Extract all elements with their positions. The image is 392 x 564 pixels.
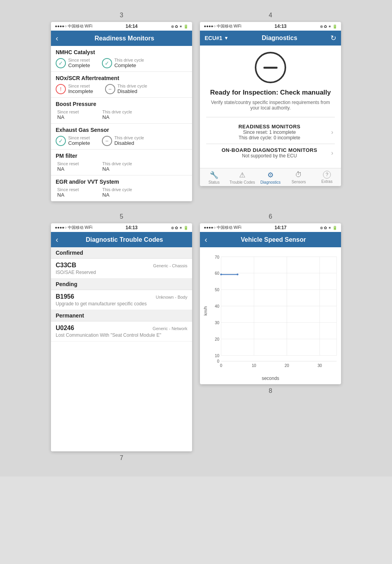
obd-header: ON-BOARD DIAGNOSTIC MONITORS: [208, 147, 331, 153]
status-bar-4: ●●●●○ 中国移动 WiFi 14:13 ⊕ ✿ ✶ 🔋: [200, 22, 341, 31]
obd-monitors-section[interactable]: ON-BOARD DIAGNOSTIC MONITORS Not support…: [206, 144, 335, 162]
svg-text:30: 30: [318, 363, 322, 368]
status-bar-6: ●●●●○ 中国移动 WiFi 14:17 ⊕ ✿ ✶ 🔋: [200, 223, 341, 232]
screen-3: ●●●●○ 中国移动 WiFi 14:14 ⊕ ✿ ✶ 🔋 ‹ Readines…: [51, 22, 192, 201]
signal-3: ●●●●○ 中国移动 WiFi: [55, 24, 93, 29]
monitor-boost: Boost Pressure Since reset NA This drive…: [51, 98, 192, 124]
dtc-desc-b1956: Upgrade to get manufacturer specific cod…: [56, 301, 187, 307]
signal-6: ●●●●○ 中国移动 WiFi: [204, 225, 241, 230]
monitor-pm-title: PM filter: [56, 153, 187, 159]
value-egr-drive: NA: [102, 192, 132, 198]
monitor-nox: NOx/SCR Aftertreatment ! Since reset Inc…: [51, 72, 192, 98]
svg-text:20: 20: [215, 337, 220, 341]
svg-point-26: [220, 274, 222, 276]
monitor-exhaust: Exhaust Gas Sensor ✓ Since reset Complet…: [51, 124, 192, 150]
diagnostics-tab-icon: ⚙: [267, 171, 274, 179]
signal-4: ●●●●○ 中国移动 WiFi: [204, 24, 241, 29]
status-tab-icon: 🔧: [210, 171, 218, 179]
readiness-row-nav[interactable]: READINESS MONITORS Since reset: 1 incomp…: [206, 124, 335, 141]
label-exhaust-drive: This drive cycle: [114, 135, 144, 140]
tab-diagnostics[interactable]: ⚙ Diagnostics: [256, 168, 285, 186]
screen-number-3: 3: [120, 12, 123, 19]
back-arrow-6[interactable]: ‹: [205, 235, 207, 244]
monitor-nmhc-drive: ✓ This drive cycle Complete: [102, 58, 144, 68]
svg-text:60: 60: [215, 271, 220, 276]
svg-text:70: 70: [215, 255, 220, 259]
ecu-label-text: ECU#1: [205, 35, 222, 41]
monitor-boost-drive: This drive cycle NA: [102, 110, 132, 120]
dtc-desc-c33cb: ISO/SAE Reserved: [56, 270, 187, 275]
back-arrow-5[interactable]: ‹: [56, 235, 58, 244]
screen-4: ●●●●○ 中国移动 WiFi 14:13 ⊕ ✿ ✶ 🔋 ECU#1 ▼ Di…: [200, 22, 341, 186]
icons-6: ⊕ ✿ ✶ 🔋: [320, 226, 337, 230]
monitor-nmhc: NMHC Catalyst ✓ Since reset Complete ✓: [51, 46, 192, 72]
monitor-nox-title: NOx/SCR Aftertreatment: [56, 75, 187, 81]
dtc-c33cb-row: C33CB Generic - Chassis: [56, 262, 187, 269]
disabled-icon: −: [105, 84, 115, 94]
svg-text:0: 0: [220, 363, 222, 368]
tab-trouble-label: Trouble Codes: [229, 180, 255, 184]
obd-row-nav[interactable]: ON-BOARD DIAGNOSTIC MONITORS Not support…: [206, 147, 335, 159]
icons-5: ⊕ ✿ ✶ 🔋: [171, 226, 188, 230]
dtc-code-u0246: U0246: [56, 325, 74, 332]
inspection-title: Ready for Inspection: Check manually: [206, 89, 335, 97]
nav-title-4: Diagnostics: [229, 35, 330, 42]
value-egr-since: NA: [57, 192, 79, 198]
chevron-down-icon: ▼: [224, 35, 229, 41]
monitor-nox-since: ! Since reset Incomplete: [56, 84, 93, 94]
disabled-icon-2: −: [102, 136, 112, 146]
incomplete-icon: !: [56, 84, 66, 94]
time-6: 14:17: [274, 225, 287, 230]
svg-text:30: 30: [215, 321, 220, 325]
tab-extras[interactable]: ? Extras: [313, 168, 341, 186]
tab-status-label: Status: [209, 180, 220, 184]
monitor-egr-since: Since reset NA: [57, 187, 79, 198]
label-pm-since: Since reset: [57, 161, 79, 166]
nav-title-3: Readiness Monitors: [62, 35, 187, 42]
nav-bar-6: ‹ Vehicle Speed Sensor: [200, 232, 341, 247]
ecu-dropdown[interactable]: ECU#1 ▼: [205, 35, 229, 41]
value-pm-drive: NA: [102, 166, 132, 172]
value-exhaust-since: Complete: [68, 140, 90, 146]
label-nox-since: Since reset: [68, 84, 93, 88]
svg-point-27: [237, 274, 239, 276]
monitor-egr: EGR and/or VVT System Since reset NA Thi…: [51, 175, 192, 201]
label-exhaust-since: Since reset: [68, 135, 90, 140]
readiness-monitors-section[interactable]: READINESS MONITORS Since reset: 1 incomp…: [206, 120, 335, 144]
screen-number-7: 7: [120, 454, 123, 462]
inspection-status-icon: [255, 52, 286, 83]
dtc-b1956: B1956 Unknown - Body Upgrade to get manu…: [51, 290, 192, 310]
complete-icon: ✓: [56, 58, 66, 68]
monitor-nmhc-row: ✓ Since reset Complete ✓ This drive cycl…: [56, 58, 187, 68]
value-nox-drive: Disabled: [118, 88, 147, 94]
value-pm-since: NA: [57, 166, 79, 172]
dtc-category-c33cb: Generic - Chassis: [153, 263, 187, 268]
dtc-code-c33cb: C33CB: [56, 262, 76, 269]
svg-text:40: 40: [215, 304, 220, 308]
tab-sensors-label: Sensors: [292, 180, 306, 184]
time-3: 14:14: [125, 24, 138, 29]
monitor-exhaust-row: ✓ Since reset Complete − This drive cycl…: [56, 135, 187, 146]
monitor-pm-row: Since reset NA This drive cycle NA: [56, 161, 187, 172]
tab-status[interactable]: 🔧 Status: [200, 168, 228, 186]
time-5: 14:13: [125, 225, 138, 230]
screen-number-6: 6: [269, 213, 272, 220]
dtc-category-b1956: Unknown - Body: [156, 295, 187, 299]
status-bar-5: ●●●●○ 中国移动 WiFi 14:13 ⊕ ✿ ✶ 🔋: [51, 223, 192, 232]
monitor-nox-drive: − This drive cycle Disabled: [105, 84, 147, 94]
tab-sensors[interactable]: ⏱ Sensors: [285, 168, 313, 186]
nav-bar-3: ‹ Readiness Monitors: [51, 31, 192, 46]
status-bar-3: ●●●●○ 中国移动 WiFi 14:14 ⊕ ✿ ✶ 🔋: [51, 22, 192, 31]
extras-tab-icon: ?: [323, 171, 331, 179]
monitor-nmhc-title: NMHC Catalyst: [56, 49, 187, 55]
dtc-code-b1956: B1956: [56, 293, 74, 300]
screen-number-4: 4: [269, 12, 272, 19]
monitor-egr-title: EGR and/or VVT System: [56, 179, 187, 185]
monitor-exhaust-title: Exhaust Gas Sensor: [56, 127, 187, 133]
dtc-u0246: U0246 Generic - Network Lost Communicati…: [51, 321, 192, 341]
back-arrow-3[interactable]: ‹: [56, 34, 58, 43]
tab-trouble-codes[interactable]: ⚠ Trouble Codes: [228, 168, 256, 186]
dtc-b1956-row: B1956 Unknown - Body: [56, 293, 187, 300]
refresh-icon[interactable]: ↻: [330, 34, 336, 42]
monitor-exhaust-drive: − This drive cycle Disabled: [102, 135, 144, 146]
